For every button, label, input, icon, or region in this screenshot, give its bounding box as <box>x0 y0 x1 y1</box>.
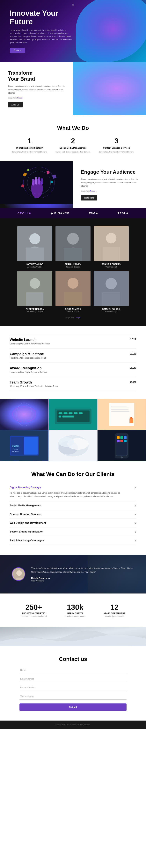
engage-title: Engage Your Audience <box>81 169 138 175</box>
gallery-item-1 <box>0 399 48 430</box>
engage-left <box>0 161 73 208</box>
accordion-header-4[interactable]: Web Design and Development ∨ <box>10 521 136 525</box>
timeline-left-2: Campaign Milestone Reaching 1 Million Im… <box>10 352 46 359</box>
footer-text: Sample text. Click to select the Text El… <box>55 724 91 725</box>
bottom-wave <box>0 627 146 646</box>
contact-message-input[interactable] <box>20 693 126 700</box>
contact-name-input[interactable] <box>20 667 126 673</box>
accordion-header-6[interactable]: Paid Advertising Campaigns ∨ <box>10 539 136 542</box>
timeline-title-4: Team Growth <box>10 380 58 384</box>
timeline-desc-3: Honored as Best Digital Agency of the Ye… <box>10 371 47 373</box>
engage-freepik-link[interactable]: Freepik <box>90 190 96 192</box>
accordion-item-2: Social Media Management ∨ <box>10 501 136 510</box>
svg-rect-7 <box>41 178 43 185</box>
gallery-item-6 <box>98 430 146 461</box>
transform-img-credit: Image from Freepik <box>8 97 65 99</box>
accordion-item-5: Search Engine Optimization ∨ <box>10 527 136 536</box>
stat-label-3: YEARS OF EXPERTISE <box>104 612 125 615</box>
frank-photo-svg <box>55 226 91 261</box>
timeline-left-1: Website Launch Celebrating Our Client's … <box>10 338 50 345</box>
testimonial-title: Vice President <box>31 580 134 582</box>
team-section: NAT REYNOLDS Accountant/Auditor FRANK KI… <box>0 218 146 327</box>
service-desc-1: Sample text. Click to select the Text El… <box>10 151 49 153</box>
svg-rect-5 <box>35 177 38 185</box>
team-role-frank: Financial Director <box>55 266 91 268</box>
brands-bar: CROLLA ◆ BINANCE EVGA TESLA <box>0 208 146 218</box>
stat-item-1: 250+ PROJECTS COMPLETED Successful Campa… <box>21 603 47 617</box>
team-photo-jennie <box>94 226 129 261</box>
timeline-item-4: Team Growth Welcoming 10 New Talented Pr… <box>10 377 136 391</box>
timeline-left-4: Team Growth Welcoming 10 New Talented Pr… <box>10 380 58 388</box>
stat-number-1: 250+ <box>21 603 47 612</box>
timeline-desc-2: Reaching 1 Million Impressions in a Mont… <box>10 357 46 359</box>
timeline-title-2: Campaign Milestone <box>10 352 46 356</box>
services-section: What We Can Do for Our Clients Digital M… <box>0 461 146 555</box>
hamburger-menu[interactable]: ≡ <box>72 3 74 7</box>
contact-phone-input[interactable] <box>20 684 126 691</box>
team-card-nat: NAT REYNOLDS Accountant/Auditor <box>17 226 52 268</box>
team-photo-celia <box>55 271 91 306</box>
svg-rect-79 <box>121 440 123 442</box>
accordion-header-3[interactable]: Content Creation Services ∨ <box>10 513 136 516</box>
svg-rect-77 <box>124 436 127 439</box>
hero-section: ≡ Innovate Your Future Lorem ipsum dolor… <box>0 0 146 62</box>
read-more-btn[interactable]: Read More <box>81 195 97 200</box>
stats-section: 250+ PROJECTS COMPLETED Successful Campa… <box>0 593 146 627</box>
team-name-phoebe: PHOEBE NELSON <box>17 308 52 310</box>
contact-email-input[interactable] <box>20 676 126 682</box>
team-card-celia: CELIA ALMEDA Office Manager <box>55 271 91 313</box>
hero-cta-button[interactable]: Contacts <box>10 48 25 53</box>
about-btn[interactable]: About Us <box>8 102 23 107</box>
transform-freepik-link[interactable]: Freepik <box>17 97 23 99</box>
svg-rect-54 <box>111 408 130 408</box>
accordion-arrow-5: ∨ <box>134 530 136 533</box>
engage-section: Engage Your Audience At vero eos et accu… <box>0 161 146 208</box>
contact-title: Contact us <box>20 656 126 662</box>
transform-description: At vero eos et accusam et justo duo dolo… <box>8 85 65 95</box>
stat-item-3: 12 YEARS OF EXPERTISE Years in Digital I… <box>104 603 125 617</box>
gallery-svg-1 <box>0 399 48 430</box>
timeline-year-3: 2023 <box>130 366 136 369</box>
contact-submit-button[interactable]: Submit <box>20 704 126 711</box>
testimonial-content: "Lorem pulvinar sed blandit proin vitae.… <box>31 566 134 582</box>
stat-item-2: 130k HAPPY CLIENTS Brands Partnering wit… <box>65 603 86 617</box>
jennie-photo-svg <box>94 226 129 261</box>
service-title-1: Digital Marketing Strategy <box>10 147 49 149</box>
team-photo-nat <box>17 226 52 261</box>
stat-number-3: 12 <box>104 603 125 612</box>
team-grid: NAT REYNOLDS Accountant/Auditor FRANK KI… <box>8 226 138 313</box>
accordion-header-5[interactable]: Search Engine Optimization ∨ <box>10 530 136 533</box>
stat-label-2: HAPPY CLIENTS <box>65 612 86 615</box>
wave-svg <box>0 627 146 646</box>
timeline-desc-1: Celebrating Our Client's New Online Pres… <box>10 343 50 345</box>
service-title-3: Content Creation Services <box>97 147 136 149</box>
team-name-frank: FRANK KINNEY <box>55 263 91 266</box>
team-freepik-link[interactable]: Freepik <box>75 317 80 319</box>
accordion-header-1[interactable]: Digital Marketing Strategy ∨ <box>10 486 136 489</box>
svg-rect-38 <box>0 399 48 430</box>
testimonial-name: Roxie Swanson <box>31 577 134 580</box>
svg-rect-45 <box>64 412 67 414</box>
accordion-item-4: Web Design and Development ∨ <box>10 519 136 527</box>
team-card-jennie: JENNIE ROBERTS Vice President <box>94 226 129 268</box>
svg-rect-80 <box>124 440 127 442</box>
svg-rect-58 <box>130 417 132 418</box>
gallery-item-4: Digital Future Playbook <box>0 430 48 461</box>
svg-rect-17 <box>26 248 44 261</box>
gallery-svg-3 <box>98 399 146 430</box>
team-role-celia: Office Manager <box>55 311 91 313</box>
contact-form[interactable]: Submit <box>20 667 126 711</box>
accordion-title-1: Digital Marketing Strategy <box>10 486 41 489</box>
svg-rect-21 <box>64 248 82 261</box>
svg-rect-76 <box>121 436 123 439</box>
team-card-phoebe: PHOEBE NELSON Advertising Manager <box>17 271 52 313</box>
svg-point-81 <box>121 457 123 459</box>
accordion-header-2[interactable]: Social Media Management ∨ <box>10 504 136 507</box>
service-title-2: Social Media Management <box>53 147 93 149</box>
timeline-item-2: Campaign Milestone Reaching 1 Million Im… <box>10 348 136 363</box>
team-photo-frank <box>55 226 91 261</box>
timeline-year-4: 2024 <box>130 380 136 383</box>
gallery-svg-6 <box>98 430 146 461</box>
transform-title: TransformYour Brand <box>8 70 65 82</box>
svg-point-23 <box>106 233 116 243</box>
